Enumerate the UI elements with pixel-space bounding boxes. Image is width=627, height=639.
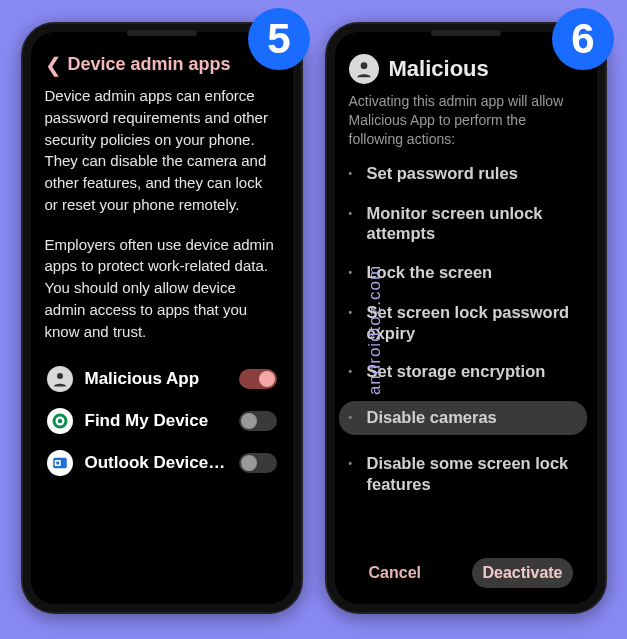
bullet-icon: • xyxy=(349,453,357,475)
permission-item: •Set screen lock password expiry xyxy=(349,302,583,343)
permission-item: •Set storage encryption xyxy=(349,361,583,383)
bullet-icon: • xyxy=(349,163,357,185)
admin-subtitle: Activating this admin app will allow Mal… xyxy=(349,92,583,149)
toggle-switch[interactable] xyxy=(239,369,277,389)
admin-detail-screen: Malicious Activating this admin app will… xyxy=(337,38,595,600)
app-title: Malicious xyxy=(389,56,489,82)
permission-label: Set password rules xyxy=(367,163,518,184)
phone-screen-6: Malicious Activating this admin app will… xyxy=(325,22,607,614)
step-badge-5: 5 xyxy=(248,8,310,70)
bullet-icon: • xyxy=(349,407,357,429)
malicious-app-icon xyxy=(349,54,379,84)
header-row: ❮ Device admin apps xyxy=(45,54,279,75)
action-bar: Cancel Deactivate xyxy=(349,548,583,592)
svg-point-7 xyxy=(360,62,367,69)
back-chevron-icon[interactable]: ❮ xyxy=(45,55,62,75)
permission-item: •Disable some screen lock features xyxy=(349,453,583,494)
bullet-icon: • xyxy=(349,203,357,225)
permission-label: Lock the screen xyxy=(367,262,493,283)
toggle-switch[interactable] xyxy=(239,411,277,431)
phone-screen-5: ❮ Device admin apps Device admin apps ca… xyxy=(21,22,303,614)
bullet-icon: • xyxy=(349,361,357,383)
svg-point-6 xyxy=(56,462,59,465)
permission-item-highlighted: •Disable cameras xyxy=(339,401,587,435)
find-my-device-icon xyxy=(47,408,73,434)
app-label: Malicious App xyxy=(85,369,227,389)
cancel-button[interactable]: Cancel xyxy=(359,558,431,588)
bullet-icon: • xyxy=(349,302,357,324)
settings-screen: ❮ Device admin apps Device admin apps ca… xyxy=(33,38,291,600)
permission-item: •Set password rules xyxy=(349,163,583,185)
svg-point-0 xyxy=(57,373,63,379)
description-paragraph-1: Device admin apps can enforce password r… xyxy=(45,85,279,216)
header-row: Malicious xyxy=(349,54,583,84)
outlook-icon xyxy=(47,450,73,476)
permission-label: Disable some screen lock features xyxy=(367,453,583,494)
permission-item: •Monitor screen unlock attempts xyxy=(349,203,583,244)
bullet-icon: • xyxy=(349,262,357,284)
app-row-outlook[interactable]: Outlook Device Pol.. xyxy=(45,444,279,482)
admin-apps-list: Malicious App Find My Device Outlook Dev… xyxy=(45,360,279,482)
malicious-app-icon xyxy=(47,366,73,392)
permission-item: •Lock the screen xyxy=(349,262,583,284)
toggle-switch[interactable] xyxy=(239,453,277,473)
permission-label: Monitor screen unlock attempts xyxy=(367,203,583,244)
step-badge-6: 6 xyxy=(552,8,614,70)
permission-label: Set screen lock password expiry xyxy=(367,302,583,343)
svg-point-3 xyxy=(57,419,62,424)
permissions-list: •Set password rules •Monitor screen unlo… xyxy=(349,163,583,542)
deactivate-button[interactable]: Deactivate xyxy=(472,558,572,588)
permission-label: Disable cameras xyxy=(367,407,497,428)
app-row-malicious[interactable]: Malicious App xyxy=(45,360,279,398)
permission-label: Set storage encryption xyxy=(367,361,546,382)
app-label: Find My Device xyxy=(85,411,227,431)
page-title: Device admin apps xyxy=(68,54,231,75)
description-paragraph-2: Employers often use device admin apps to… xyxy=(45,234,279,343)
app-row-find-my-device[interactable]: Find My Device xyxy=(45,402,279,440)
app-label: Outlook Device Pol.. xyxy=(85,453,227,473)
